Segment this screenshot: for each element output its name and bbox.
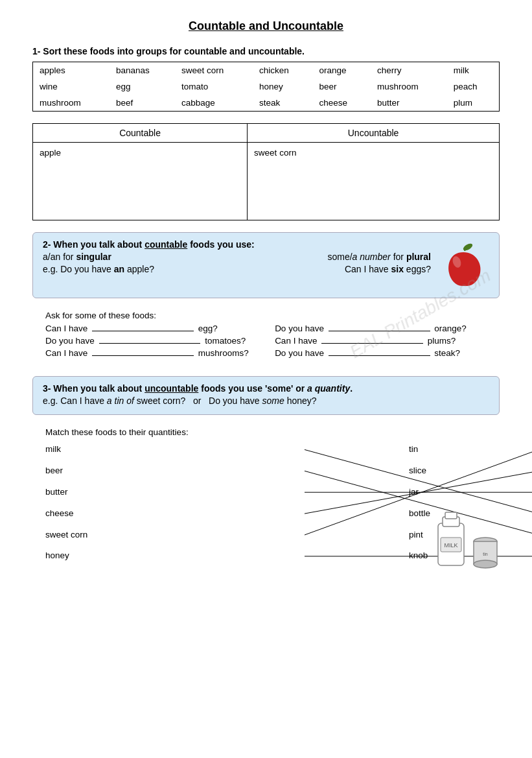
food-cell: egg <box>110 78 175 95</box>
section2-line2-right: Can I have six eggs? <box>345 264 431 274</box>
q3-left: Can I have mushrooms? <box>45 348 257 358</box>
food-cell: beef <box>110 95 175 112</box>
match-left-item: milk <box>45 444 175 456</box>
uncountable-cell: sweet corn <box>248 143 500 220</box>
svg-point-0 <box>462 243 474 252</box>
section2-info-box: 2- When you talk about countable foods y… <box>32 232 500 298</box>
food-cell: butter <box>371 95 447 112</box>
match-instruction: Match these foods to their quantities: <box>45 427 487 437</box>
section2-line1-left: a/an for singular <box>43 252 111 262</box>
svg-point-15 <box>474 560 497 568</box>
match-left-item: beer <box>45 465 175 477</box>
food-cell: beer <box>313 78 371 95</box>
food-cell: mushroom <box>33 95 110 112</box>
food-cell: steak <box>253 95 313 112</box>
section3-info-box: 3- When you talk about uncountable foods… <box>32 376 500 415</box>
food-cell: cheese <box>313 95 371 112</box>
milk-illustration: MILK tin <box>435 504 506 575</box>
food-cell: wine <box>33 78 110 95</box>
match-left-item: cheese <box>45 508 175 520</box>
q3-right: Do you have steak? <box>275 348 487 358</box>
food-cell: cabbage <box>175 95 253 112</box>
section3-example: e.g. Can I have a tin of sweet corn? or … <box>43 396 489 406</box>
match-left-item: sweet corn <box>45 529 175 541</box>
match-lines-svg <box>175 444 409 562</box>
section3-title: 3- When you talk about uncountable foods… <box>43 383 489 394</box>
food-cell: cherry <box>371 62 447 79</box>
food-table: applesbananassweet cornchickenorangecher… <box>32 62 500 112</box>
match-left-item: honey <box>45 550 175 562</box>
section2-line2-left: e.g. Do you have an apple? <box>43 264 154 274</box>
food-cell: plum <box>447 95 500 112</box>
exercise2-instruction: Ask for some of these foods: <box>45 311 487 320</box>
match-left-item: butter <box>45 486 175 499</box>
svg-text:tin: tin <box>483 552 488 556</box>
food-cell: bananas <box>110 62 175 79</box>
match-right-item: slice <box>409 465 487 477</box>
q1-right: Do you have orange? <box>275 324 487 333</box>
cu-table: Countable Uncountable apple sweet corn <box>32 123 500 220</box>
q2-left: Do you have tomatoes? <box>45 336 257 346</box>
svg-text:MILK: MILK <box>444 542 457 549</box>
food-cell: chicken <box>253 62 313 79</box>
section2-line1-right: some/a number for plural <box>327 252 431 262</box>
q2-right: Can I have plums? <box>275 336 487 346</box>
match-right-item: tin <box>409 444 487 456</box>
match-left-column: milkbeerbuttercheesesweet cornhoney <box>45 444 175 562</box>
food-cell: sweet corn <box>175 62 253 79</box>
page-title: Countable and Uncountable <box>32 19 500 33</box>
svg-rect-10 <box>445 512 457 519</box>
food-cell: mushroom <box>371 78 447 95</box>
countable-header: Countable <box>33 124 248 143</box>
section2-title: 2- When you talk about countable foods y… <box>43 239 431 250</box>
food-cell: peach <box>447 78 500 95</box>
countable-cell: apple <box>33 143 248 220</box>
food-cell: milk <box>447 62 500 79</box>
food-cell: tomato <box>175 78 253 95</box>
uncountable-header: Uncountable <box>248 124 500 143</box>
section1-label: 1- Sort these foods into groups for coun… <box>32 46 500 56</box>
food-cell: honey <box>253 78 313 95</box>
food-cell: orange <box>313 62 371 79</box>
food-cell: apples <box>33 62 110 79</box>
section2-exercises: Ask for some of these foods: Can I have … <box>32 307 500 367</box>
q1-left: Can I have egg? <box>45 324 257 333</box>
apple-icon <box>437 239 489 291</box>
section3-match: Match these foods to their quantities: m… <box>32 424 500 569</box>
